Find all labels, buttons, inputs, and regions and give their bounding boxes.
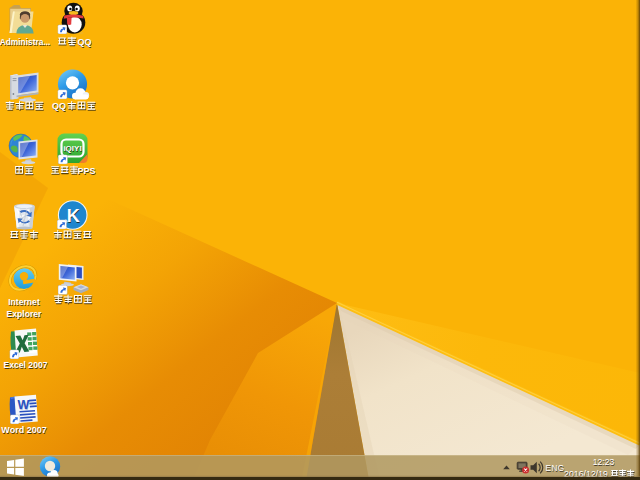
svg-text:Explorer: Explorer <box>7 309 43 319</box>
svg-text:Excel 2007: Excel 2007 <box>4 360 48 370</box>
svg-text:PPS: PPS <box>77 166 95 176</box>
svg-text:K: K <box>67 206 80 226</box>
svg-text:W: W <box>18 398 30 412</box>
svg-text:iQIYI: iQIYI <box>63 144 81 153</box>
svg-text:ENG: ENG <box>546 464 565 473</box>
svg-text:QQ: QQ <box>77 37 91 47</box>
svg-text:QQ: QQ <box>52 101 66 111</box>
svg-text:Administra...: Administra... <box>0 37 50 47</box>
svg-text:Internet: Internet <box>8 297 40 307</box>
svg-text:12:23: 12:23 <box>593 457 615 467</box>
svg-text:Word 2007: Word 2007 <box>1 425 46 435</box>
